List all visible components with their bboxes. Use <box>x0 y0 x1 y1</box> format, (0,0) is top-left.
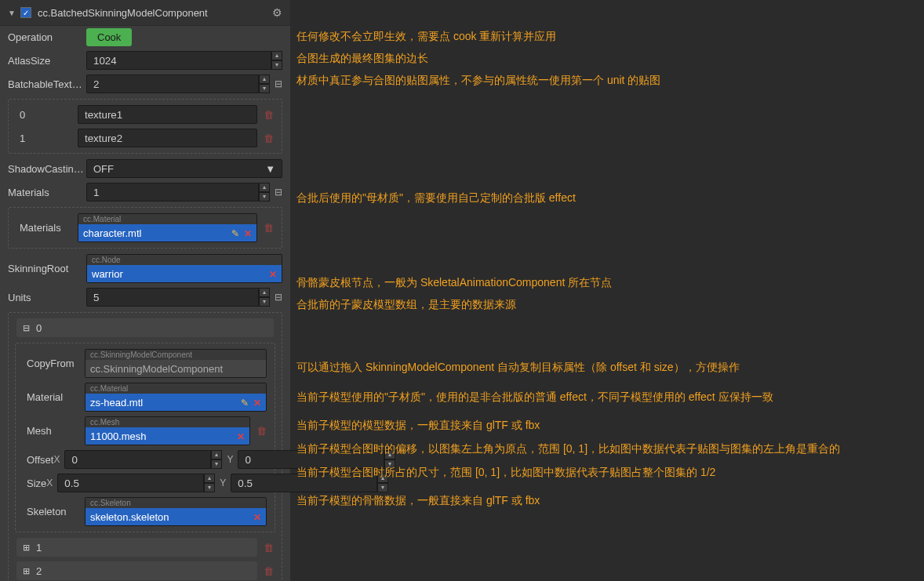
atlassize-input[interactable] <box>86 51 271 70</box>
units-array: ⊟ 0 CopyFrom cc.SkinningModelComponent c… <box>8 312 282 581</box>
skeleton-asset[interactable]: cc.Skeleton skeleton.skeleton ✕ <box>85 497 267 526</box>
pencil-icon[interactable]: ✎ <box>231 228 239 239</box>
expand-icon[interactable]: ⊞ <box>23 566 30 576</box>
stepper-down-icon[interactable]: ▾ <box>271 60 282 70</box>
enable-checkbox[interactable]: ✓ <box>20 7 31 18</box>
arr-index: 0 <box>16 109 78 121</box>
shadow-label: ShadowCasting... <box>8 163 86 175</box>
cook-button[interactable]: Cook <box>86 28 132 46</box>
component-title: cc.BatchedSkinningModelComponent <box>38 7 272 19</box>
stepper-up-icon[interactable]: ▴ <box>271 51 282 60</box>
expand-icon[interactable]: ⊞ <box>23 543 30 553</box>
texture1-input[interactable] <box>78 129 257 147</box>
materials-label: Materials <box>8 187 86 198</box>
component-header[interactable]: ▼ ✓ cc.BatchedSkinningModelComponent ⚙ <box>0 0 290 26</box>
materials-array: Materials cc.Material character.mtl ✎✕ 🗑 <box>8 207 282 249</box>
copyfrom-label: CopyFrom <box>24 358 85 369</box>
annotation: 材质中真正参与合图的贴图属性，不参与的属性统一使用第一个 unit 的贴图 <box>296 74 660 88</box>
materials-count-input[interactable] <box>86 183 259 202</box>
array-collapse-icon[interactable]: ⊟ <box>275 292 282 303</box>
annotation: 当前子模型的骨骼数据，一般直接来自 glTF 或 fbx <box>296 494 540 508</box>
x-label: X <box>46 478 53 488</box>
batchtex-label: BatchableTextur... <box>8 78 86 90</box>
trash-icon[interactable]: 🗑 <box>264 109 274 121</box>
size-x-input[interactable] <box>57 474 204 492</box>
copyfrom-asset[interactable]: cc.SkinningModelComponent cc.SkinningMod… <box>85 349 267 378</box>
pencil-icon[interactable]: ✎ <box>241 398 249 409</box>
annotation: 骨骼蒙皮根节点，一般为 SkeletalAnimationComponent 所… <box>296 276 612 290</box>
unit-2-header[interactable]: ⊞ 2 <box>16 561 257 580</box>
gear-icon[interactable]: ⚙ <box>272 6 282 19</box>
material-asset[interactable]: cc.Material character.mtl ✎✕ <box>78 213 257 242</box>
batchtex-input[interactable] <box>86 74 259 93</box>
annotation: 当前子模型合图时所占的尺寸，范围 [0, 1]，比如图中数据代表子贴图占整个图集… <box>296 466 715 480</box>
annotation: 当前子模型使用的"子材质"，使用的是非合批版的普通 effect，不同子模型使用… <box>296 390 773 405</box>
unit-mesh-label: Mesh <box>24 425 85 437</box>
skinningroot-label: SkinningRoot <box>8 263 86 274</box>
close-icon[interactable]: ✕ <box>253 398 261 409</box>
collapse-icon[interactable]: ⊟ <box>23 323 30 333</box>
trash-icon[interactable]: 🗑 <box>264 222 274 234</box>
annotation: 合批前的子蒙皮模型数组，是主要的数据来源 <box>296 298 516 312</box>
unit-material-asset[interactable]: cc.Material zs-head.mtl ✎✕ <box>85 383 267 412</box>
unit-0-body: CopyFrom cc.SkinningModelComponent cc.Sk… <box>15 343 275 532</box>
x-label: X <box>53 454 60 465</box>
stepper-down-icon[interactable]: ▾ <box>259 84 270 93</box>
unit-material-label: Material <box>24 391 85 403</box>
offset-x-input[interactable] <box>64 450 211 469</box>
chevron-down-icon: ▼ <box>265 163 275 175</box>
annotation: 当前子模型合图时的偏移，以图集左上角为原点，范围 [0, 1]，比如图中数据代表… <box>296 442 840 456</box>
close-icon[interactable]: ✕ <box>237 431 245 442</box>
skeleton-label: Skeleton <box>24 506 85 517</box>
array-collapse-icon[interactable]: ⊟ <box>275 78 282 89</box>
units-label: Units <box>8 292 86 303</box>
arr-index: 1 <box>16 133 78 144</box>
annotation: 可以通过拖入 SkinningModelComponent 自动复制目标属性（除… <box>296 361 740 375</box>
unit-1-header[interactable]: ⊞ 1 <box>16 538 257 557</box>
stepper-down-icon[interactable]: ▾ <box>259 297 270 307</box>
trash-icon[interactable]: 🗑 <box>256 425 267 437</box>
materials-sub-label: Materials <box>16 222 78 234</box>
texture0-input[interactable] <box>78 105 257 124</box>
y-label: Y <box>227 454 233 465</box>
trash-icon[interactable]: 🗑 <box>264 133 274 144</box>
unit-mesh-asset[interactable]: cc.Mesh 11000.mesh ✕ <box>85 416 250 445</box>
y-label: Y <box>220 478 226 488</box>
size-label: Size <box>24 478 46 489</box>
stepper-up-icon[interactable]: ▴ <box>259 288 270 297</box>
close-icon[interactable]: ✕ <box>269 269 277 280</box>
offset-label: Offset <box>24 454 53 466</box>
collapse-icon[interactable]: ▼ <box>8 9 16 17</box>
annotation: 合图生成的最终图集的边长 <box>296 52 428 66</box>
stepper-up-icon[interactable]: ▴ <box>259 183 270 192</box>
annotation-panel: 任何修改不会立即生效，需要点 cook 重新计算并应用 合图生成的最终图集的边长… <box>290 0 924 581</box>
close-icon[interactable]: ✕ <box>244 228 252 239</box>
close-icon[interactable]: ✕ <box>253 512 261 523</box>
skinningroot-asset[interactable]: cc.Node warrior ✕ <box>86 254 282 283</box>
unit-0-header[interactable]: ⊟ 0 <box>16 318 274 337</box>
annotation: 当前子模型的模型数据，一般直接来自 glTF 或 fbx <box>296 419 540 433</box>
trash-icon[interactable]: 🗑 <box>264 542 274 554</box>
stepper-down-icon[interactable]: ▾ <box>259 192 270 202</box>
units-count-input[interactable] <box>86 288 259 307</box>
stepper-up-icon[interactable]: ▴ <box>259 74 270 84</box>
annotation: 合批后使用的"母材质"，需要使用自己定制的合批版 effect <box>296 191 576 205</box>
atlassize-label: AtlasSize <box>8 55 86 67</box>
batchtex-array: 0 🗑 1 🗑 <box>8 99 282 154</box>
trash-icon[interactable]: 🗑 <box>264 565 274 577</box>
array-collapse-icon[interactable]: ⊟ <box>275 187 282 198</box>
operation-label: Operation <box>8 31 86 43</box>
shadow-dropdown[interactable]: OFF ▼ <box>86 159 282 178</box>
annotation: 任何修改不会立即生效，需要点 cook 重新计算并应用 <box>296 30 556 44</box>
